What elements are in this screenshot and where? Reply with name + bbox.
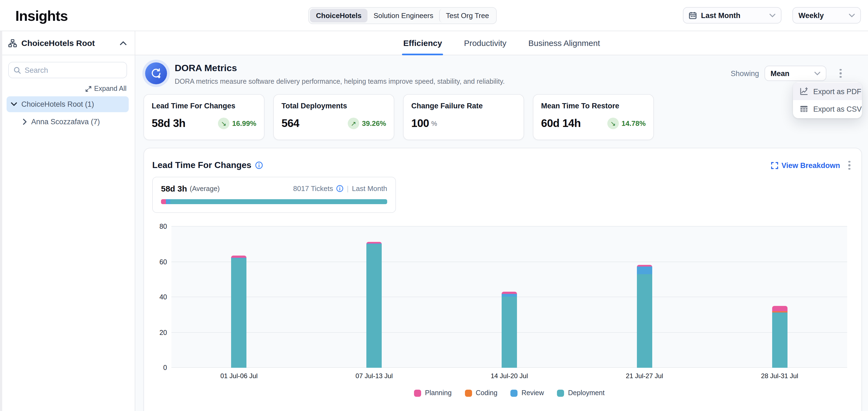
org-switcher: ChoiceHotels Solution Engineers Test Org… bbox=[308, 7, 497, 24]
coding-color-chip bbox=[465, 389, 472, 397]
x-tick-label: 21 Jul-27 Jul bbox=[577, 372, 712, 380]
stacked-bar-01 Jul-06 Jul[interactable] bbox=[231, 255, 247, 368]
period-select-value: Last Month bbox=[701, 11, 765, 20]
card-lead-time: Lead Time For Changes 58d 3h ↘ 16.99% bbox=[144, 94, 265, 140]
sidebar-title: ChoiceHotels Root bbox=[21, 38, 116, 47]
info-icon[interactable] bbox=[255, 162, 263, 169]
metric-unit: % bbox=[431, 119, 437, 127]
legend-label: Coding bbox=[476, 389, 497, 397]
metric-value: 58d 3h bbox=[152, 117, 218, 130]
chart-plot: 020406080 bbox=[172, 227, 847, 368]
showing-select[interactable]: Mean bbox=[765, 66, 826, 81]
search-icon bbox=[14, 67, 21, 74]
metric-cards: Lead Time For Changes 58d 3h ↘ 16.99% To… bbox=[144, 94, 654, 140]
legend-label: Planning bbox=[425, 389, 452, 397]
summary-value: 58d 3h bbox=[161, 184, 187, 193]
stacked-bar-21 Jul-27 Jul[interactable] bbox=[637, 265, 652, 368]
view-breakdown-button[interactable]: View Breakdown bbox=[771, 161, 840, 169]
search-input[interactable] bbox=[25, 66, 122, 74]
app-window: Insights ChoiceHotels Solution Engineers… bbox=[0, 0, 868, 411]
legend-item-review[interactable]: Review bbox=[511, 389, 544, 397]
org-tab-choicehotels[interactable]: ChoiceHotels bbox=[310, 9, 368, 23]
phase-distribution-bar bbox=[161, 199, 387, 204]
section-kebab-menu-icon[interactable] bbox=[845, 159, 853, 171]
dora-cycle-icon bbox=[145, 62, 167, 84]
showing-select-value: Mean bbox=[771, 69, 814, 77]
y-tick-label: 20 bbox=[159, 329, 167, 336]
stacked-bar-28 Jul-31 Jul[interactable] bbox=[772, 306, 787, 368]
legend-item-coding[interactable]: Coding bbox=[465, 389, 497, 397]
search-box bbox=[8, 62, 127, 78]
bar-slot bbox=[307, 227, 442, 368]
deployment-segment bbox=[637, 274, 652, 368]
expand-corners-icon bbox=[771, 162, 778, 169]
planning-color-chip bbox=[414, 389, 421, 397]
chevron-down-icon bbox=[849, 13, 855, 17]
section-header: Lead Time For Changes View Breakdown bbox=[152, 159, 853, 171]
org-tab-solution-engineers[interactable]: Solution Engineers bbox=[368, 9, 439, 23]
period-select[interactable]: Last Month bbox=[683, 7, 781, 24]
stacked-bar-14 Jul-20 Jul[interactable] bbox=[502, 292, 517, 368]
org-tree-sidebar: ChoiceHotels Root Expand All ChoiceHotel… bbox=[0, 31, 135, 411]
bar-slot bbox=[577, 227, 712, 368]
lead-time-section: Lead Time For Changes View Breakdown bbox=[144, 148, 862, 411]
tree-item-root[interactable]: ChoiceHotels Root (1) bbox=[7, 96, 129, 112]
planning-segment bbox=[772, 306, 787, 311]
review-segment bbox=[166, 199, 170, 204]
org-tab-test-org-tree[interactable]: Test Org Tree bbox=[439, 9, 495, 23]
sidebar-header: ChoiceHotels Root bbox=[0, 31, 135, 55]
card-total-deployments: Total Deployments 564 ↗ 39.26% bbox=[273, 94, 394, 140]
granularity-select-value: Weekly bbox=[799, 11, 849, 20]
top-bar: Insights ChoiceHotels Solution Engineers… bbox=[0, 0, 868, 31]
trend-up-icon: ↗ bbox=[348, 118, 359, 129]
collapse-sidebar-icon[interactable] bbox=[120, 41, 126, 45]
bar-slot bbox=[712, 227, 847, 368]
tab-productivity[interactable]: Productivity bbox=[463, 38, 507, 55]
deployment-segment bbox=[502, 297, 517, 368]
page-title: Insights bbox=[16, 8, 68, 25]
legend-item-planning[interactable]: Planning bbox=[414, 389, 452, 397]
legend-label: Deployment bbox=[568, 389, 604, 397]
tab-efficiency[interactable]: Efficiency bbox=[402, 38, 443, 55]
separator: | bbox=[347, 184, 349, 193]
legend-label: Review bbox=[522, 389, 544, 397]
planning-segment bbox=[231, 255, 247, 258]
deployment-segment bbox=[366, 244, 382, 368]
chart-bars bbox=[172, 227, 847, 368]
summary-period: Last Month bbox=[352, 184, 387, 193]
trend-badge: ↘ 14.78% bbox=[607, 118, 646, 129]
chevron-down-icon bbox=[814, 71, 820, 75]
chart-legend: PlanningCodingReviewDeployment bbox=[172, 389, 847, 397]
info-icon[interactable] bbox=[337, 185, 344, 192]
card-mean-time-to-restore: Mean Time To Restore 60d 14h ↘ 14.78% bbox=[533, 94, 654, 140]
granularity-select[interactable]: Weekly bbox=[793, 7, 861, 24]
planning-segment bbox=[161, 199, 166, 204]
x-tick-label: 01 Jul-06 Jul bbox=[172, 372, 307, 380]
review-segment bbox=[637, 267, 652, 274]
chevron-down-icon[interactable] bbox=[11, 102, 17, 106]
org-tree-icon bbox=[8, 39, 17, 47]
bar-slot bbox=[442, 227, 577, 368]
metric-value: 564 bbox=[281, 117, 348, 130]
deployment-segment bbox=[772, 313, 787, 368]
export-menu: Export as PDF Export as CSV bbox=[793, 82, 862, 118]
tabs-bar: Efficiency Productivity Business Alignme… bbox=[135, 31, 868, 55]
legend-item-deployment[interactable]: Deployment bbox=[557, 389, 604, 397]
main-content: Efficiency Productivity Business Alignme… bbox=[135, 31, 868, 411]
y-tick-label: 40 bbox=[159, 293, 167, 301]
expand-all-button[interactable]: Expand All bbox=[86, 85, 126, 93]
deployment-color-chip bbox=[557, 389, 564, 397]
menu-item-export-pdf[interactable]: Export as PDF bbox=[793, 83, 862, 100]
dora-kebab-menu-icon[interactable] bbox=[837, 67, 844, 79]
tree-item-child[interactable]: Anna Scozzafava (7) bbox=[19, 114, 123, 129]
trend-down-icon: ↘ bbox=[218, 118, 229, 129]
menu-item-export-csv[interactable]: Export as CSV bbox=[793, 100, 862, 118]
lead-time-summary-card: 58d 3h (Average) 8017 Tickets | Last Mon… bbox=[152, 177, 396, 213]
stacked-bar-07 Jul-13 Jul[interactable] bbox=[366, 242, 382, 368]
dora-description: DORA metrics measure software delivery p… bbox=[175, 78, 505, 85]
bar-slot bbox=[172, 227, 307, 368]
tab-business-alignment[interactable]: Business Alignment bbox=[527, 38, 601, 55]
expand-arrows-icon bbox=[86, 85, 91, 92]
chevron-right-icon[interactable] bbox=[23, 119, 27, 125]
trend-down-icon: ↘ bbox=[607, 118, 619, 129]
